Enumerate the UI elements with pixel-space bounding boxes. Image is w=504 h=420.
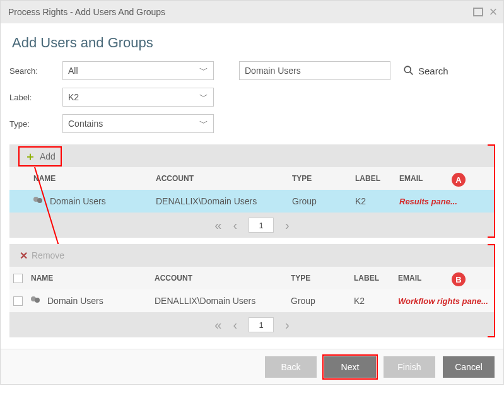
finish-button: Finish	[384, 356, 435, 378]
x-icon: ✕	[20, 250, 28, 262]
col-name: NAME	[33, 174, 156, 183]
svg-line-2	[410, 72, 413, 75]
remove-button-label: Remove	[32, 250, 64, 260]
search-button[interactable]: Search	[403, 65, 495, 76]
group-icon	[33, 197, 45, 206]
annotation-badge-b: B	[452, 272, 466, 286]
search-button-label: Search	[418, 66, 448, 76]
cancel-button[interactable]: Cancel	[443, 356, 495, 378]
plus-icon: ＋	[25, 152, 36, 161]
search-scope-value: All	[68, 66, 78, 76]
chevron-down-icon: ﹀	[199, 118, 208, 129]
pager-next-icon[interactable]: ›	[285, 218, 290, 233]
maximize-icon[interactable]	[472, 6, 484, 18]
results-pane: ＋ Add NAME ACCOUNT TYPE LABEL EMAIL Doma…	[9, 144, 495, 238]
label-select[interactable]: K2 ﹀	[62, 88, 214, 107]
annotation-badge-a: A	[452, 173, 466, 187]
add-button-label: Add	[40, 151, 56, 161]
results-row[interactable]: Domain Users DENALLIX\Domain Users Group…	[9, 190, 495, 213]
col-account: ACCOUNT	[156, 174, 292, 183]
col-name: NAME	[31, 274, 155, 283]
results-toolbar: ＋ Add	[9, 144, 495, 167]
type-select[interactable]: Contains ﹀	[62, 114, 214, 133]
select-all-checkbox[interactable]	[13, 274, 23, 283]
results-pager: « ‹ 1 ›	[9, 213, 495, 238]
svg-point-1	[404, 66, 411, 73]
pager-prev-icon[interactable]: ‹	[233, 218, 237, 233]
pager-page[interactable]: 1	[249, 218, 274, 233]
type-value: Contains	[68, 119, 103, 129]
selected-header-row: NAME ACCOUNT TYPE LABEL EMAIL	[9, 267, 495, 289]
pager-prev-icon[interactable]: ‹	[233, 318, 237, 332]
col-type: TYPE	[292, 174, 355, 183]
search-label: Search:	[9, 66, 62, 76]
chevron-down-icon: ﹀	[199, 91, 208, 103]
search-query-input[interactable]	[245, 66, 385, 76]
back-button: Back	[265, 356, 317, 378]
pager-next-icon[interactable]: ›	[285, 318, 290, 332]
cell-account: DENALLIX\Domain Users	[155, 296, 291, 306]
next-button[interactable]: Next	[324, 356, 376, 378]
row-checkbox[interactable]	[13, 296, 23, 306]
label-value: K2	[68, 92, 79, 102]
search-scope-select[interactable]: All ﹀	[62, 61, 214, 80]
search-query-input-wrap	[239, 61, 390, 80]
chevron-down-icon: ﹀	[199, 65, 208, 76]
col-account: ACCOUNT	[155, 274, 291, 283]
cell-name: Domain Users	[50, 196, 106, 206]
col-label: LABEL	[354, 274, 398, 283]
page-title: Add Users and Groups	[12, 35, 495, 51]
cell-type: Group	[292, 196, 355, 206]
label-label: Label:	[9, 93, 62, 102]
selected-row[interactable]: Domain Users DENALLIX\Domain Users Group…	[9, 289, 495, 312]
dialog: Process Rights - Add Users And Groups × …	[0, 0, 504, 385]
pager-first-icon[interactable]: «	[214, 218, 221, 233]
type-label: Type:	[9, 119, 62, 129]
selected-toolbar: ✕ Remove	[9, 244, 495, 267]
col-label: LABEL	[355, 174, 399, 183]
col-type: TYPE	[291, 274, 354, 283]
add-button[interactable]: ＋ Add	[20, 149, 61, 164]
cell-account: DENALLIX\Domain Users	[156, 196, 292, 206]
titlebar: Process Rights - Add Users And Groups ×	[1, 1, 503, 23]
filter-bar: Search: All ﹀ Search Label: K2 ﹀ Type: C…	[9, 61, 495, 133]
search-icon	[403, 65, 414, 76]
annotation-bracket-a	[488, 144, 495, 238]
results-header-row: NAME ACCOUNT TYPE LABEL EMAIL	[9, 167, 495, 190]
pager-first-icon[interactable]: «	[214, 318, 221, 332]
selected-pager: « ‹ 1 ›	[9, 312, 495, 337]
cell-label: K2	[355, 196, 399, 206]
footer: Back Next Finish Cancel	[1, 349, 503, 384]
cell-name: Domain Users	[47, 296, 103, 306]
pager-page[interactable]: 1	[249, 317, 274, 332]
svg-rect-0	[474, 8, 483, 16]
selected-pane: ✕ Remove NAME ACCOUNT TYPE LABEL EMAIL D…	[9, 244, 495, 337]
remove-button: ✕ Remove	[15, 247, 69, 264]
cell-label: K2	[354, 296, 398, 306]
titlebar-title: Process Rights - Add Users And Groups	[8, 7, 165, 17]
group-icon	[31, 296, 42, 305]
close-icon[interactable]: ×	[487, 6, 500, 18]
annotation-bracket-b	[488, 244, 495, 337]
cell-type: Group	[291, 296, 354, 306]
